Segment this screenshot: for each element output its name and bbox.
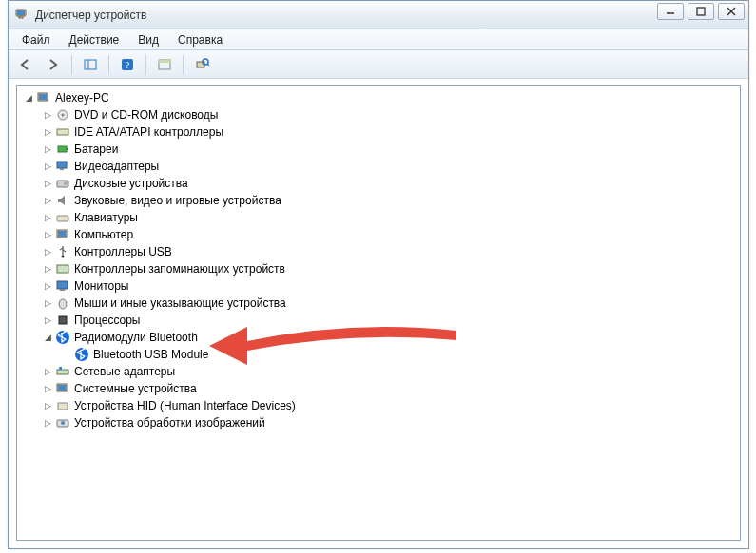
menu-bar: Файл Действие Вид Справка xyxy=(9,29,748,50)
device-tree[interactable]: ◢ Alexey-PC ▷ DVD и CD-ROM дисководы ▷ I… xyxy=(16,85,741,541)
collapse-icon[interactable]: ◢ xyxy=(42,332,53,343)
tree-label: Видеоадаптеры xyxy=(74,160,159,173)
scan-hardware-button[interactable] xyxy=(189,53,214,76)
svg-point-44 xyxy=(61,421,65,425)
tree-category-monitor[interactable]: ▷ Мониторы xyxy=(17,277,740,295)
tree-category-storage[interactable]: ▷ Контроллеры запоминающих устройств xyxy=(17,260,740,277)
svg-rect-22 xyxy=(67,148,68,150)
svg-rect-38 xyxy=(57,370,68,374)
expand-icon[interactable]: ▷ xyxy=(42,212,53,223)
tree-category-display[interactable]: ▷ Видеоадаптеры xyxy=(17,158,740,175)
tree-label: Звуковые, видео и игровые устройства xyxy=(74,194,281,207)
display-adapter-icon xyxy=(55,159,70,174)
tree-label: Клавиатуры xyxy=(74,211,138,224)
expand-icon[interactable]: ▷ xyxy=(42,126,53,138)
device-manager-icon xyxy=(14,6,29,24)
tree-category-bluetooth[interactable]: ◢ Радиомодули Bluetooth xyxy=(17,329,740,346)
tree-label: Процессоры xyxy=(74,314,141,327)
close-button[interactable] xyxy=(718,3,745,20)
tree-category-keyboard[interactable]: ▷ Клавиатуры xyxy=(17,209,740,226)
window-title: Диспетчер устройств xyxy=(35,9,146,22)
tree-label: IDE ATA/ATAPI контроллеры xyxy=(74,125,223,139)
expand-icon[interactable]: ▷ xyxy=(42,315,53,326)
tree-category-cpu[interactable]: ▷ Процессоры xyxy=(17,312,740,329)
ide-controller-icon xyxy=(55,124,70,140)
window-controls xyxy=(657,3,745,20)
tree-category-battery[interactable]: ▷ Батареи xyxy=(17,141,740,158)
menu-action[interactable]: Действие xyxy=(60,29,129,49)
tree-category-sound[interactable]: ▷ Звуковые, видео и игровые устройства xyxy=(17,192,740,209)
svg-rect-31 xyxy=(57,265,68,273)
network-adapter-icon xyxy=(55,364,70,379)
keyboard-icon xyxy=(55,210,70,225)
svg-rect-29 xyxy=(58,231,66,237)
collapse-icon[interactable]: ◢ xyxy=(23,92,34,104)
disc-drive-icon xyxy=(55,107,70,123)
expand-icon[interactable]: ▷ xyxy=(42,383,53,394)
tree-label: Устройства обработки изображений xyxy=(74,416,265,429)
tree-category-computer[interactable]: ▷ Компьютер xyxy=(17,226,740,243)
forward-button[interactable] xyxy=(41,53,66,76)
svg-rect-33 xyxy=(60,289,65,291)
expand-icon[interactable]: ▷ xyxy=(42,109,53,121)
tree-category-disk[interactable]: ▷ Дисковые устройства xyxy=(17,175,740,192)
expand-icon[interactable]: ▷ xyxy=(42,280,53,292)
svg-rect-20 xyxy=(57,129,68,135)
expand-icon[interactable]: ▷ xyxy=(42,161,53,172)
tree-label: Устройства HID (Human Interface Devices) xyxy=(74,399,296,412)
tree-root[interactable]: ◢ Alexey-PC xyxy=(17,89,740,106)
expand-icon[interactable]: ▷ xyxy=(42,400,53,411)
svg-rect-32 xyxy=(57,281,68,289)
tree-category-dvd[interactable]: ▷ DVD и CD-ROM дисководы xyxy=(17,106,740,124)
menu-help[interactable]: Справка xyxy=(168,29,232,49)
svg-line-15 xyxy=(207,64,209,66)
expand-icon[interactable]: ▷ xyxy=(42,246,53,257)
svg-rect-4 xyxy=(697,8,705,15)
expand-icon[interactable]: ▷ xyxy=(42,229,53,240)
svg-point-34 xyxy=(59,299,67,309)
tree-label: Батареи xyxy=(74,143,118,156)
svg-rect-12 xyxy=(159,60,170,63)
maximize-button[interactable] xyxy=(688,3,714,20)
bluetooth-icon xyxy=(55,330,70,345)
tree-label: Контроллеры запоминающих устройств xyxy=(74,262,285,276)
bluetooth-icon xyxy=(74,347,89,362)
svg-rect-24 xyxy=(60,168,64,170)
back-button[interactable] xyxy=(14,53,39,76)
mouse-icon xyxy=(55,296,70,311)
menu-view[interactable]: Вид xyxy=(128,29,168,49)
tree-category-system[interactable]: ▷ Системные устройства xyxy=(17,380,740,397)
expand-icon[interactable]: ▷ xyxy=(42,178,53,189)
computer-icon xyxy=(36,90,51,105)
disk-drive-icon xyxy=(55,176,70,191)
tree-label: DVD и CD-ROM дисководы xyxy=(74,108,218,122)
tree-label: Bluetooth USB Module xyxy=(93,348,208,361)
tree-category-imaging[interactable]: ▷ Устройства обработки изображений xyxy=(17,414,740,431)
storage-controller-icon xyxy=(55,261,70,276)
imaging-device-icon xyxy=(55,415,70,430)
minimize-button[interactable] xyxy=(657,3,684,20)
tree-category-ide[interactable]: ▷ IDE ATA/ATAPI контроллеры xyxy=(17,124,740,141)
tree-category-mouse[interactable]: ▷ Мыши и иные указывающие устройства xyxy=(17,295,740,312)
expand-icon[interactable]: ▷ xyxy=(42,263,53,275)
svg-point-30 xyxy=(62,256,65,258)
tree-category-hid[interactable]: ▷ Устройства HID (Human Interface Device… xyxy=(17,397,740,414)
tree-device-bluetooth-usb[interactable]: Bluetooth USB Module xyxy=(17,346,740,363)
expand-icon[interactable]: ▷ xyxy=(42,195,53,206)
properties-button[interactable] xyxy=(152,53,177,76)
svg-point-19 xyxy=(62,114,65,117)
title-bar: Диспетчер устройств xyxy=(9,1,748,29)
help-button[interactable]: ? xyxy=(115,53,140,76)
expand-icon[interactable]: ▷ xyxy=(42,417,53,429)
expand-icon[interactable]: ▷ xyxy=(42,366,53,377)
hid-icon xyxy=(55,398,70,413)
monitor-icon xyxy=(55,278,70,294)
svg-text:?: ? xyxy=(126,60,130,70)
tree-category-network[interactable]: ▷ Сетевые адаптеры xyxy=(17,363,740,380)
expand-icon[interactable]: ▷ xyxy=(42,297,53,309)
menu-file[interactable]: Файл xyxy=(12,29,60,49)
battery-icon xyxy=(55,142,70,157)
expand-icon[interactable]: ▷ xyxy=(42,143,53,155)
show-hide-tree-button[interactable] xyxy=(78,53,103,76)
tree-category-usb[interactable]: ▷ Контроллеры USB xyxy=(17,243,740,260)
